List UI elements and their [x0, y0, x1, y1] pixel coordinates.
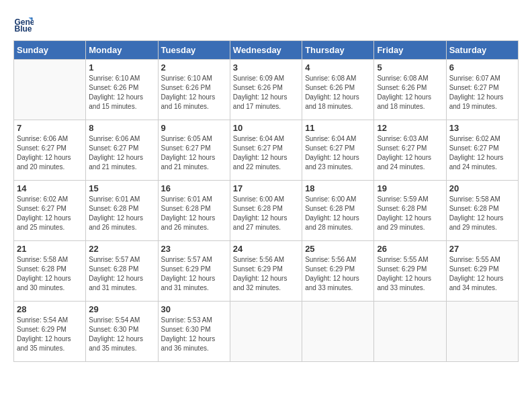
calendar-cell: [446, 302, 518, 362]
day-number: 21: [17, 244, 83, 254]
calendar-cell: 23Sunrise: 5:57 AM Sunset: 6:29 PM Dayli…: [158, 241, 230, 302]
cell-info: Sunrise: 5:57 AM Sunset: 6:28 PM Dayligh…: [89, 255, 154, 293]
cell-info: Sunrise: 6:10 AM Sunset: 6:26 PM Dayligh…: [161, 74, 227, 111]
day-number: 19: [377, 183, 443, 193]
cell-info: Sunrise: 6:08 AM Sunset: 6:26 PM Dayligh…: [377, 74, 443, 111]
calendar-cell: 27Sunrise: 5:55 AM Sunset: 6:29 PM Dayli…: [446, 241, 518, 302]
calendar-table: SundayMondayTuesdayWednesdayThursdayFrid…: [13, 40, 519, 362]
day-number: 3: [233, 62, 299, 73]
header: General Blue: [13, 13, 519, 34]
calendar-cell: [14, 60, 86, 120]
day-header-friday: Friday: [374, 41, 446, 60]
day-header-monday: Monday: [86, 41, 158, 60]
calendar-cell: 13Sunrise: 6:02 AM Sunset: 6:27 PM Dayli…: [446, 120, 518, 181]
day-number: 4: [305, 62, 371, 73]
day-number: 22: [89, 244, 154, 254]
cell-info: Sunrise: 6:02 AM Sunset: 6:27 PM Dayligh…: [17, 195, 83, 232]
cell-info: Sunrise: 5:58 AM Sunset: 6:28 PM Dayligh…: [17, 255, 83, 293]
calendar-cell: 20Sunrise: 5:58 AM Sunset: 6:28 PM Dayli…: [446, 181, 518, 241]
day-number: 16: [161, 183, 227, 193]
calendar-cell: 19Sunrise: 5:59 AM Sunset: 6:28 PM Dayli…: [374, 181, 446, 241]
day-number: 2: [161, 62, 227, 73]
day-number: 18: [305, 183, 371, 193]
calendar-cell: 7Sunrise: 6:06 AM Sunset: 6:27 PM Daylig…: [14, 120, 86, 181]
calendar-cell: 26Sunrise: 5:55 AM Sunset: 6:29 PM Dayli…: [374, 241, 446, 302]
calendar-cell: 25Sunrise: 5:56 AM Sunset: 6:29 PM Dayli…: [302, 241, 374, 302]
day-number: 10: [233, 123, 299, 133]
cell-info: Sunrise: 6:06 AM Sunset: 6:27 PM Dayligh…: [17, 134, 83, 172]
cell-info: Sunrise: 6:01 AM Sunset: 6:28 PM Dayligh…: [89, 195, 154, 232]
cell-info: Sunrise: 6:04 AM Sunset: 6:27 PM Dayligh…: [305, 134, 371, 172]
day-number: 8: [89, 123, 154, 133]
cell-info: Sunrise: 6:02 AM Sunset: 6:27 PM Dayligh…: [449, 134, 515, 172]
calendar-cell: [230, 302, 302, 362]
cell-info: Sunrise: 6:01 AM Sunset: 6:28 PM Dayligh…: [161, 195, 227, 232]
day-number: 7: [17, 123, 83, 133]
day-header-tuesday: Tuesday: [158, 41, 230, 60]
calendar-cell: 3Sunrise: 6:09 AM Sunset: 6:26 PM Daylig…: [230, 60, 302, 120]
cell-info: Sunrise: 6:00 AM Sunset: 6:28 PM Dayligh…: [233, 195, 299, 232]
cell-info: Sunrise: 5:58 AM Sunset: 6:28 PM Dayligh…: [449, 195, 515, 232]
day-number: 14: [17, 183, 83, 193]
day-header-wednesday: Wednesday: [230, 41, 302, 60]
day-number: 12: [377, 123, 443, 133]
day-number: 13: [449, 123, 515, 133]
calendar-cell: [374, 302, 446, 362]
day-number: 23: [161, 244, 227, 254]
day-number: 9: [161, 123, 227, 133]
cell-info: Sunrise: 6:05 AM Sunset: 6:27 PM Dayligh…: [161, 134, 227, 172]
calendar-cell: 14Sunrise: 6:02 AM Sunset: 6:27 PM Dayli…: [14, 181, 86, 241]
calendar-cell: 2Sunrise: 6:10 AM Sunset: 6:26 PM Daylig…: [158, 60, 230, 120]
day-headers-row: SundayMondayTuesdayWednesdayThursdayFrid…: [14, 41, 519, 60]
cell-info: Sunrise: 5:54 AM Sunset: 6:30 PM Dayligh…: [89, 316, 154, 353]
cell-info: Sunrise: 5:57 AM Sunset: 6:29 PM Dayligh…: [161, 255, 227, 293]
cell-info: Sunrise: 6:03 AM Sunset: 6:27 PM Dayligh…: [377, 134, 443, 172]
cell-info: Sunrise: 5:59 AM Sunset: 6:28 PM Dayligh…: [377, 195, 443, 232]
day-number: 26: [377, 244, 443, 254]
cell-info: Sunrise: 5:53 AM Sunset: 6:30 PM Dayligh…: [161, 316, 227, 353]
calendar-cell: 1Sunrise: 6:10 AM Sunset: 6:26 PM Daylig…: [86, 60, 158, 120]
cell-info: Sunrise: 5:54 AM Sunset: 6:29 PM Dayligh…: [17, 316, 83, 353]
calendar-cell: 22Sunrise: 5:57 AM Sunset: 6:28 PM Dayli…: [86, 241, 158, 302]
calendar-cell: 16Sunrise: 6:01 AM Sunset: 6:28 PM Dayli…: [158, 181, 230, 241]
day-number: 28: [17, 304, 83, 314]
cell-info: Sunrise: 5:55 AM Sunset: 6:29 PM Dayligh…: [377, 255, 443, 293]
day-header-thursday: Thursday: [302, 41, 374, 60]
day-number: 20: [449, 183, 515, 193]
logo: General Blue: [13, 13, 36, 34]
calendar-cell: 9Sunrise: 6:05 AM Sunset: 6:27 PM Daylig…: [158, 120, 230, 181]
week-row-4: 21Sunrise: 5:58 AM Sunset: 6:28 PM Dayli…: [14, 241, 519, 302]
day-header-saturday: Saturday: [446, 41, 518, 60]
calendar-cell: 24Sunrise: 5:56 AM Sunset: 6:29 PM Dayli…: [230, 241, 302, 302]
calendar-cell: [302, 302, 374, 362]
cell-info: Sunrise: 6:04 AM Sunset: 6:27 PM Dayligh…: [233, 134, 299, 172]
cell-info: Sunrise: 6:00 AM Sunset: 6:28 PM Dayligh…: [305, 195, 371, 232]
day-number: 30: [161, 304, 227, 314]
cell-info: Sunrise: 5:55 AM Sunset: 6:29 PM Dayligh…: [449, 255, 515, 293]
cell-info: Sunrise: 5:56 AM Sunset: 6:29 PM Dayligh…: [233, 255, 299, 293]
week-row-2: 7Sunrise: 6:06 AM Sunset: 6:27 PM Daylig…: [14, 120, 519, 181]
calendar-cell: 17Sunrise: 6:00 AM Sunset: 6:28 PM Dayli…: [230, 181, 302, 241]
calendar-cell: 11Sunrise: 6:04 AM Sunset: 6:27 PM Dayli…: [302, 120, 374, 181]
day-number: 29: [89, 304, 154, 314]
week-row-1: 1Sunrise: 6:10 AM Sunset: 6:26 PM Daylig…: [14, 60, 519, 120]
cell-info: Sunrise: 6:09 AM Sunset: 6:26 PM Dayligh…: [233, 74, 299, 111]
calendar-cell: 21Sunrise: 5:58 AM Sunset: 6:28 PM Dayli…: [14, 241, 86, 302]
calendar-cell: 4Sunrise: 6:08 AM Sunset: 6:26 PM Daylig…: [302, 60, 374, 120]
day-number: 17: [233, 183, 299, 193]
week-row-3: 14Sunrise: 6:02 AM Sunset: 6:27 PM Dayli…: [14, 181, 519, 241]
cell-info: Sunrise: 6:07 AM Sunset: 6:27 PM Dayligh…: [449, 74, 515, 111]
calendar-cell: 18Sunrise: 6:00 AM Sunset: 6:28 PM Dayli…: [302, 181, 374, 241]
cell-info: Sunrise: 5:56 AM Sunset: 6:29 PM Dayligh…: [305, 255, 371, 293]
day-number: 6: [449, 62, 515, 73]
day-header-sunday: Sunday: [14, 41, 86, 60]
cell-info: Sunrise: 6:06 AM Sunset: 6:27 PM Dayligh…: [89, 134, 154, 172]
calendar-cell: 29Sunrise: 5:54 AM Sunset: 6:30 PM Dayli…: [86, 302, 158, 362]
calendar-cell: 10Sunrise: 6:04 AM Sunset: 6:27 PM Dayli…: [230, 120, 302, 181]
day-number: 11: [305, 123, 371, 133]
calendar-cell: 5Sunrise: 6:08 AM Sunset: 6:26 PM Daylig…: [374, 60, 446, 120]
logo-icon: General Blue: [13, 13, 34, 34]
calendar-cell: 15Sunrise: 6:01 AM Sunset: 6:28 PM Dayli…: [86, 181, 158, 241]
day-number: 5: [377, 62, 443, 73]
calendar-cell: 6Sunrise: 6:07 AM Sunset: 6:27 PM Daylig…: [446, 60, 518, 120]
